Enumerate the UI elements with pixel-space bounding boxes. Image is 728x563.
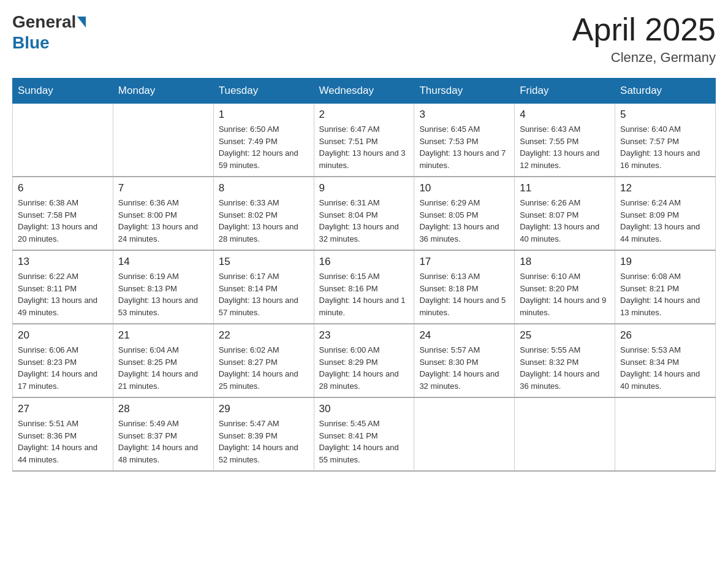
day-number: 12	[620, 182, 710, 194]
calendar-cell: 17Sunrise: 6:13 AMSunset: 8:18 PMDayligh…	[414, 250, 515, 324]
day-info: Sunrise: 6:15 AMSunset: 8:16 PMDaylight:…	[319, 270, 409, 318]
day-info: Sunrise: 5:53 AMSunset: 8:34 PMDaylight:…	[620, 344, 710, 392]
day-info: Sunrise: 6:50 AMSunset: 7:49 PMDaylight:…	[219, 123, 309, 171]
day-info: Sunrise: 6:43 AMSunset: 7:55 PMDaylight:…	[520, 123, 610, 171]
day-number: 6	[18, 182, 108, 194]
day-number: 28	[118, 403, 208, 415]
calendar-cell: 23Sunrise: 6:00 AMSunset: 8:29 PMDayligh…	[314, 324, 414, 397]
day-number: 2	[319, 109, 409, 121]
day-number: 30	[319, 403, 409, 415]
day-info: Sunrise: 6:29 AMSunset: 8:05 PMDaylight:…	[419, 197, 509, 245]
day-number: 21	[118, 329, 208, 342]
calendar-cell: 9Sunrise: 6:31 AMSunset: 8:04 PMDaylight…	[314, 177, 414, 250]
day-info: Sunrise: 6:24 AMSunset: 8:09 PMDaylight:…	[620, 197, 710, 245]
day-info: Sunrise: 6:17 AMSunset: 8:14 PMDaylight:…	[219, 270, 309, 318]
calendar-week-row: 27Sunrise: 5:51 AMSunset: 8:36 PMDayligh…	[13, 397, 716, 471]
logo-arrow-icon	[77, 17, 86, 28]
logo-general-text: General	[12, 12, 76, 32]
day-info: Sunrise: 6:26 AMSunset: 8:07 PMDaylight:…	[520, 197, 610, 245]
day-number: 14	[118, 256, 208, 268]
day-info: Sunrise: 6:31 AMSunset: 8:04 PMDaylight:…	[319, 197, 409, 245]
day-number: 11	[520, 182, 610, 194]
day-number: 22	[219, 329, 309, 342]
day-info: Sunrise: 6:08 AMSunset: 8:21 PMDaylight:…	[620, 270, 710, 318]
calendar-week-row: 1Sunrise: 6:50 AMSunset: 7:49 PMDaylight…	[13, 104, 716, 177]
calendar-cell: 20Sunrise: 6:06 AMSunset: 8:23 PMDayligh…	[13, 324, 113, 397]
day-number: 7	[118, 182, 208, 194]
day-number: 16	[319, 256, 409, 268]
calendar-cell: 3Sunrise: 6:45 AMSunset: 7:53 PMDaylight…	[414, 104, 515, 177]
day-number: 18	[520, 256, 610, 268]
calendar-cell: 27Sunrise: 5:51 AMSunset: 8:36 PMDayligh…	[13, 397, 113, 471]
day-info: Sunrise: 6:10 AMSunset: 8:20 PMDaylight:…	[520, 270, 610, 318]
day-info: Sunrise: 5:51 AMSunset: 8:36 PMDaylight:…	[18, 418, 108, 465]
day-number: 9	[319, 182, 409, 194]
day-of-week-header: Wednesday	[314, 79, 414, 104]
day-number: 29	[219, 403, 309, 415]
day-number: 19	[620, 256, 710, 268]
calendar-header-row: SundayMondayTuesdayWednesdayThursdayFrid…	[13, 79, 716, 104]
day-info: Sunrise: 6:04 AMSunset: 8:25 PMDaylight:…	[118, 344, 208, 392]
calendar-cell	[113, 104, 213, 177]
logo-blue-text: Blue	[12, 33, 50, 53]
day-info: Sunrise: 6:02 AMSunset: 8:27 PMDaylight:…	[219, 344, 309, 392]
day-info: Sunrise: 6:13 AMSunset: 8:18 PMDaylight:…	[419, 270, 509, 318]
day-number: 24	[419, 329, 509, 342]
calendar-cell: 24Sunrise: 5:57 AMSunset: 8:30 PMDayligh…	[414, 324, 515, 397]
calendar-cell: 6Sunrise: 6:38 AMSunset: 7:58 PMDaylight…	[13, 177, 113, 250]
calendar-cell: 8Sunrise: 6:33 AMSunset: 8:02 PMDaylight…	[213, 177, 314, 250]
day-number: 10	[419, 182, 509, 194]
day-info: Sunrise: 6:06 AMSunset: 8:23 PMDaylight:…	[18, 344, 108, 392]
calendar-cell: 2Sunrise: 6:47 AMSunset: 7:51 PMDaylight…	[314, 104, 414, 177]
day-number: 26	[620, 329, 710, 342]
day-number: 1	[219, 109, 309, 121]
day-info: Sunrise: 6:47 AMSunset: 7:51 PMDaylight:…	[319, 123, 409, 171]
calendar-table: SundayMondayTuesdayWednesdayThursdayFrid…	[12, 78, 716, 472]
day-of-week-header: Monday	[113, 79, 213, 104]
day-info: Sunrise: 6:33 AMSunset: 8:02 PMDaylight:…	[219, 197, 309, 245]
calendar-cell: 22Sunrise: 6:02 AMSunset: 8:27 PMDayligh…	[213, 324, 314, 397]
calendar-cell: 18Sunrise: 6:10 AMSunset: 8:20 PMDayligh…	[515, 250, 615, 324]
day-of-week-header: Friday	[515, 79, 615, 104]
day-number: 17	[419, 256, 509, 268]
day-number: 8	[219, 182, 309, 194]
calendar-cell: 13Sunrise: 6:22 AMSunset: 8:11 PMDayligh…	[13, 250, 113, 324]
day-number: 3	[419, 109, 509, 121]
calendar-cell: 11Sunrise: 6:26 AMSunset: 8:07 PMDayligh…	[515, 177, 615, 250]
day-number: 27	[18, 403, 108, 415]
day-number: 25	[520, 329, 610, 342]
day-info: Sunrise: 6:22 AMSunset: 8:11 PMDaylight:…	[18, 270, 108, 318]
day-of-week-header: Tuesday	[213, 79, 314, 104]
calendar-cell	[13, 104, 113, 177]
day-of-week-header: Sunday	[13, 79, 113, 104]
calendar-cell: 10Sunrise: 6:29 AMSunset: 8:05 PMDayligh…	[414, 177, 515, 250]
logo: General Blue	[12, 12, 86, 53]
calendar-cell: 19Sunrise: 6:08 AMSunset: 8:21 PMDayligh…	[615, 250, 716, 324]
calendar-cell: 5Sunrise: 6:40 AMSunset: 7:57 PMDaylight…	[615, 104, 716, 177]
location-subtitle: Clenze, Germany	[572, 50, 716, 66]
calendar-week-row: 20Sunrise: 6:06 AMSunset: 8:23 PMDayligh…	[13, 324, 716, 397]
calendar-cell: 28Sunrise: 5:49 AMSunset: 8:37 PMDayligh…	[113, 397, 213, 471]
day-info: Sunrise: 6:00 AMSunset: 8:29 PMDaylight:…	[319, 344, 409, 392]
day-number: 13	[18, 256, 108, 268]
day-info: Sunrise: 5:55 AMSunset: 8:32 PMDaylight:…	[520, 344, 610, 392]
day-info: Sunrise: 6:36 AMSunset: 8:00 PMDaylight:…	[118, 197, 208, 245]
calendar-week-row: 6Sunrise: 6:38 AMSunset: 7:58 PMDaylight…	[13, 177, 716, 250]
calendar-cell: 21Sunrise: 6:04 AMSunset: 8:25 PMDayligh…	[113, 324, 213, 397]
day-info: Sunrise: 6:40 AMSunset: 7:57 PMDaylight:…	[620, 123, 710, 171]
calendar-cell	[515, 397, 615, 471]
day-info: Sunrise: 6:38 AMSunset: 7:58 PMDaylight:…	[18, 197, 108, 245]
day-info: Sunrise: 6:45 AMSunset: 7:53 PMDaylight:…	[419, 123, 509, 171]
calendar-cell: 29Sunrise: 5:47 AMSunset: 8:39 PMDayligh…	[213, 397, 314, 471]
day-of-week-header: Saturday	[615, 79, 716, 104]
calendar-cell: 26Sunrise: 5:53 AMSunset: 8:34 PMDayligh…	[615, 324, 716, 397]
calendar-cell: 7Sunrise: 6:36 AMSunset: 8:00 PMDaylight…	[113, 177, 213, 250]
day-of-week-header: Thursday	[414, 79, 515, 104]
day-number: 5	[620, 109, 710, 121]
day-info: Sunrise: 5:57 AMSunset: 8:30 PMDaylight:…	[419, 344, 509, 392]
calendar-cell	[414, 397, 515, 471]
page-header: General Blue April 2025 Clenze, Germany	[12, 12, 716, 66]
calendar-week-row: 13Sunrise: 6:22 AMSunset: 8:11 PMDayligh…	[13, 250, 716, 324]
day-number: 15	[219, 256, 309, 268]
calendar-cell: 14Sunrise: 6:19 AMSunset: 8:13 PMDayligh…	[113, 250, 213, 324]
